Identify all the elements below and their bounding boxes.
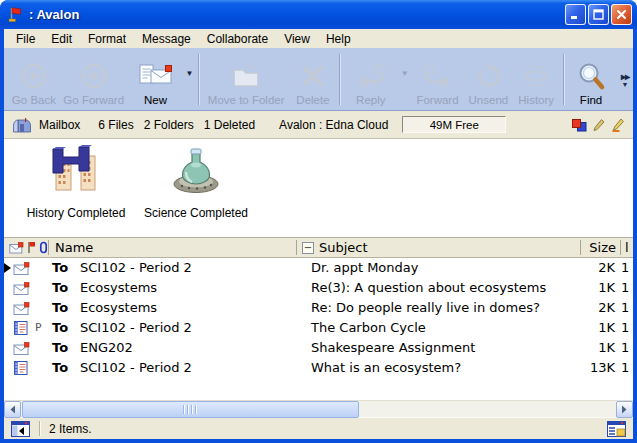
mailbox-info-bar: Mailbox 6 Files 2 Folders 1 Deleted Aval…: [4, 111, 633, 139]
minimize-button[interactable]: [565, 4, 586, 25]
horizontal-scrollbar[interactable]: [4, 400, 633, 417]
table-row[interactable]: To Ecosystems Re: Do people really live …: [4, 298, 633, 318]
flag-column-icon[interactable]: [27, 241, 36, 254]
find-button[interactable]: Find: [567, 51, 615, 108]
unsend-undo-icon: [474, 58, 502, 94]
row-size: 1K: [544, 278, 615, 298]
table-row[interactable]: To SCI102 - Period 2 What is an ecosyste…: [4, 358, 633, 378]
delete-x-icon: [300, 58, 326, 94]
row-size: 1K: [544, 318, 615, 338]
to-label: To: [52, 258, 68, 278]
toolbar-separator: [563, 54, 564, 105]
menu-bar: File Edit Format Message Collaborate Vie…: [4, 29, 633, 48]
new-dropdown-arrow[interactable]: ▼: [185, 70, 193, 90]
note-document-icon: [14, 361, 28, 381]
back-circle-arrow-icon: [19, 58, 49, 94]
message-status-column-icon[interactable]: [9, 242, 24, 254]
go-back-button[interactable]: Go Back: [8, 51, 60, 108]
app-window: : Avalon File Edit Format Message Collab…: [0, 0, 637, 443]
column-divider[interactable]: [48, 240, 49, 255]
menu-file[interactable]: File: [8, 30, 43, 48]
table-row[interactable]: To ENG202 Shakespeare Assignment 1K 1: [4, 338, 633, 358]
row-subject: Shakespeare Assignment: [311, 338, 475, 358]
science-flask-icon: [168, 145, 224, 199]
row-subject: Re: Do people really live in domes?: [311, 298, 540, 318]
scrollbar-thumb[interactable]: [22, 401, 359, 418]
window-title: : Avalon: [29, 7, 565, 22]
priority-flag: P: [35, 318, 42, 338]
reply-arrow-icon: [354, 58, 388, 94]
column-divider[interactable]: [620, 240, 621, 255]
reply-button[interactable]: Reply: [343, 51, 399, 108]
scrollbar-grip: [183, 405, 198, 414]
column-header-name[interactable]: Name: [55, 238, 93, 258]
row-name: Ecosystems: [80, 278, 157, 298]
toolbar-separator: [339, 54, 340, 105]
row-subject: Re(3): A question about ecosystems: [311, 278, 546, 298]
new-message-icon: [138, 58, 174, 94]
maximize-button[interactable]: [588, 4, 609, 25]
app-flag-icon: [7, 6, 24, 23]
row-date-clipped: 1: [621, 278, 629, 298]
forward-arrow-icon: [421, 58, 455, 94]
menu-format[interactable]: Format: [80, 30, 134, 48]
history-button[interactable]: History: [512, 51, 560, 108]
menu-view[interactable]: View: [276, 30, 318, 48]
row-name: SCI102 - Period 2: [80, 358, 192, 378]
row-name: Ecosystems: [80, 298, 157, 318]
forward-circle-arrow-icon: [79, 58, 109, 94]
attachment-paperclip-column-icon[interactable]: [39, 241, 48, 254]
signature-pen-icon[interactable]: [611, 118, 625, 132]
forward-button[interactable]: Forward: [411, 51, 465, 108]
table-row[interactable]: P To SCI102 - Period 2 The Carbon Cycle …: [4, 318, 633, 338]
row-subject: The Carbon Cycle: [311, 318, 426, 338]
new-button[interactable]: New: [128, 51, 184, 108]
chevron-right-icon: ▸▸: [621, 72, 629, 81]
desktop-item-science-completed[interactable]: Science Completed: [134, 145, 258, 220]
mailbox-icon: [12, 117, 31, 133]
collapse-left-pane-icon[interactable]: [11, 421, 30, 437]
menu-edit[interactable]: Edit: [43, 30, 80, 48]
desktop-item-history-completed[interactable]: History Completed: [14, 145, 138, 220]
table-row[interactable]: To Ecosystems Re(3): A question about ec…: [4, 278, 633, 298]
overlapping-squares-icon[interactable]: [571, 118, 587, 132]
delete-button[interactable]: Delete: [290, 51, 336, 108]
column-header-clipped[interactable]: l: [625, 238, 629, 258]
column-header-size[interactable]: Size: [582, 238, 616, 258]
menu-collaborate[interactable]: Collaborate: [199, 30, 276, 48]
row-size: 2K: [544, 298, 615, 318]
column-divider[interactable]: [580, 240, 581, 255]
go-forward-button[interactable]: Go Forward: [60, 51, 128, 108]
files-count: 6 Files: [98, 118, 133, 132]
toolbar-more-chevron[interactable]: ▸▸ ▼: [615, 71, 631, 89]
close-button[interactable]: [611, 4, 632, 25]
to-label: To: [52, 358, 68, 378]
history-building-icon: [48, 145, 104, 199]
status-bar: 2 Items.: [4, 417, 633, 439]
row-name: ENG202: [80, 338, 133, 358]
row-size: 2K: [544, 258, 615, 278]
pencil-icon[interactable]: [593, 118, 605, 132]
split-pane-icon[interactable]: [607, 421, 626, 437]
scroll-right-button[interactable]: [616, 401, 633, 418]
row-name: SCI102 - Period 2: [80, 258, 192, 278]
reply-dropdown-arrow[interactable]: ▼: [401, 70, 409, 90]
move-to-folder-icon: [231, 58, 261, 94]
column-divider[interactable]: [296, 240, 297, 255]
location-label: Mailbox: [39, 118, 80, 132]
desktop-item-label: Science Completed: [144, 206, 248, 220]
column-header-subject[interactable]: Subject: [319, 238, 368, 258]
to-label: To: [52, 338, 68, 358]
list-column-header: Name − Subject Size l: [4, 237, 633, 258]
move-to-folder-button[interactable]: Move to Folder: [202, 51, 290, 108]
row-name: SCI102 - Period 2: [80, 318, 192, 338]
menu-message[interactable]: Message: [134, 30, 199, 48]
row-subject: Dr. appt Monday: [311, 258, 418, 278]
scroll-left-button[interactable]: [4, 401, 21, 418]
collapse-column-toggle[interactable]: −: [302, 242, 314, 254]
table-row[interactable]: To SCI102 - Period 2 Dr. appt Monday 2K …: [4, 258, 633, 278]
to-label: To: [52, 278, 68, 298]
unsend-button[interactable]: Unsend: [464, 51, 512, 108]
row-date-clipped: 1: [621, 338, 629, 358]
menu-help[interactable]: Help: [318, 30, 359, 48]
